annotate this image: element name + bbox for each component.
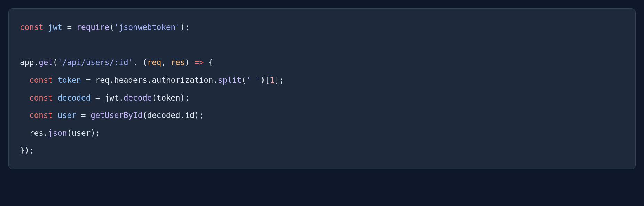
code-token: res. [29, 128, 48, 137]
code-line: const jwt = require('jsonwebtoken'); [20, 18, 624, 36]
code-token: app. [20, 58, 39, 67]
code-line: app.get('/api/users/:id', (req, res) => … [20, 54, 624, 71]
code-token: ( [242, 76, 246, 85]
code-token: = [62, 23, 77, 32]
code-line: const token = req.headers.authorization.… [20, 71, 624, 89]
code-token: decoded [57, 93, 91, 102]
code-token: ( [53, 58, 58, 67]
code-token: }); [20, 146, 34, 155]
code-token: get [39, 58, 53, 67]
code-token: = [77, 111, 91, 120]
code-token: user [57, 111, 76, 120]
code-token: , [161, 58, 171, 67]
code-content: const jwt = require('jsonwebtoken');app.… [20, 18, 624, 159]
code-token: decode [124, 93, 152, 102]
code-token: require [77, 23, 110, 32]
code-token: (decoded.id); [142, 111, 204, 120]
code-token: (user); [67, 128, 100, 137]
code-token: split [218, 76, 242, 85]
code-token: = jwt. [91, 93, 124, 102]
code-token: )[ [260, 76, 270, 85]
code-token: token [57, 76, 81, 85]
code-token: ' ' [246, 76, 260, 85]
code-token: const [20, 23, 48, 32]
code-token: 1 [270, 76, 275, 85]
code-token: 'jsonwebtoken' [114, 23, 180, 32]
code-token: => [194, 58, 204, 67]
code-token: , ( [133, 58, 147, 67]
code-token: req [147, 58, 162, 67]
code-token: const [29, 111, 57, 120]
code-line [20, 36, 624, 54]
code-token: ( [109, 23, 114, 32]
code-line: }); [20, 142, 624, 159]
code-line: const user = getUserById(decoded.id); [20, 106, 624, 124]
code-token: ) [185, 58, 194, 67]
code-token: '/api/users/:id' [57, 58, 133, 67]
code-token: { [204, 58, 213, 67]
code-token: ); [180, 23, 190, 32]
code-token: = req.headers.authorization. [81, 76, 218, 85]
code-token: json [48, 128, 67, 137]
code-token: ]; [275, 76, 284, 85]
code-token: res [171, 58, 185, 67]
code-token: (token); [152, 93, 189, 102]
code-token: jwt [48, 23, 62, 32]
code-token: const [29, 93, 57, 102]
code-block: const jwt = require('jsonwebtoken');app.… [8, 8, 636, 169]
code-line: const decoded = jwt.decode(token); [20, 89, 624, 107]
code-token: getUserById [91, 111, 142, 120]
code-token: const [29, 76, 57, 85]
code-line: res.json(user); [20, 124, 624, 142]
